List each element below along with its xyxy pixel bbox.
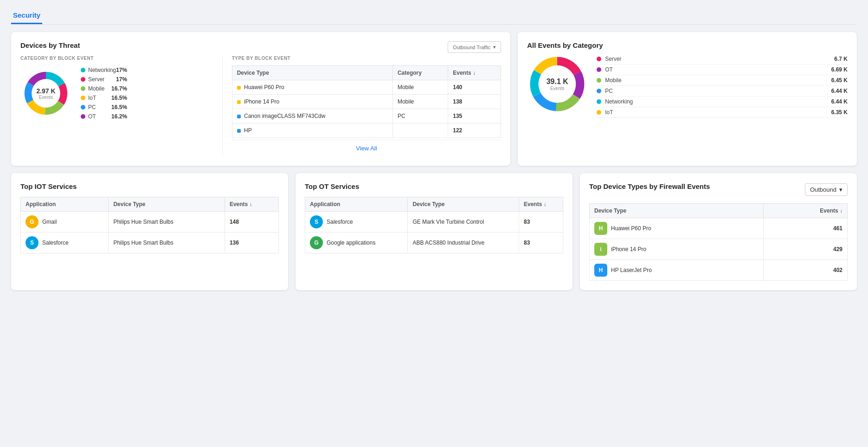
block-event-th: Category: [392, 66, 448, 80]
service-th: Device Type: [109, 197, 225, 212]
legend-name: Networking: [88, 67, 116, 73]
donut-label: Events: [36, 95, 55, 100]
iot-header-row: ApplicationDevice TypeEvents ↓: [21, 197, 279, 212]
ot-table: ApplicationDevice TypeEvents ↓ S Salesfo…: [305, 197, 563, 253]
app-cell: S Salesforce: [305, 212, 408, 233]
block-event-th: Device Type: [232, 66, 392, 80]
dbt-title: Devices by Threat: [20, 41, 80, 49]
legend-left: Server: [81, 76, 104, 83]
list-item: S Salesforce Philips Hue Smart Bulbs 136: [21, 233, 279, 253]
iot-tbody: G Gmail Philips Hue Smart Bulbs 148 S Sa…: [21, 212, 279, 253]
top-ot-card: Top OT Services ApplicationDevice TypeEv…: [296, 173, 572, 290]
category-donut-chart: 2.97 K Events: [20, 68, 71, 119]
aec-legend-val: 6.44 K: [831, 88, 848, 94]
aec-legend-name: Server: [605, 56, 621, 62]
device-cell: i iPhone 14 Pro: [590, 239, 764, 260]
category-cell: [392, 123, 448, 138]
category-label: CATEGORY BY BLOCK EVENT: [20, 56, 213, 61]
events-cell: 402: [764, 260, 848, 281]
aec-donut-chart: 39.1 K Events: [527, 54, 587, 114]
top-iot-title: Top IOT Services: [20, 182, 279, 190]
top-iot-card: Top IOT Services ApplicationDevice TypeE…: [11, 173, 288, 290]
ot-tbody: S Salesforce GE Mark VIe Turbine Control…: [305, 212, 563, 253]
legend-name: IoT: [88, 95, 96, 101]
device-name: Huawei P60 Pro: [611, 225, 651, 232]
donut-value: 2.97 K: [36, 87, 55, 95]
legend-dot: [81, 96, 85, 100]
tab-bar: Security: [11, 7, 857, 25]
aec-legend-left: IoT: [597, 109, 613, 116]
block-event-header-row: Device TypeCategoryEvents ↓: [232, 66, 501, 80]
app-name: Salesforce: [327, 219, 353, 225]
events-cell: 83: [519, 233, 563, 253]
aec-legend-left: Server: [597, 56, 621, 62]
app-name: Google applications: [327, 240, 375, 246]
legend-name: PC: [88, 104, 96, 110]
view-all-link[interactable]: View All: [232, 140, 502, 156]
tdt-th: Device Type: [590, 204, 764, 218]
device-cell: H HP LaserJet Pro: [590, 260, 764, 281]
aec-legend-dot: [597, 78, 601, 83]
events-cell: 429: [764, 239, 848, 260]
device-type-cell: ABB ACS880 Industrial Drive: [408, 233, 519, 253]
dbt-body: CATEGORY BY BLOCK EVENT: [20, 56, 501, 156]
aec-legend-left: PC: [597, 88, 613, 94]
legend-item: Server 17%: [81, 75, 127, 84]
ot-table-scroll[interactable]: ApplicationDevice TypeEvents ↓ S Salesfo…: [305, 197, 563, 253]
outbound-traffic-dropdown[interactable]: Outbound Traffic ▾: [448, 41, 501, 53]
chevron-down-icon: ▾: [839, 186, 842, 193]
category-cell: Mobile: [392, 80, 448, 95]
list-item: H HP LaserJet Pro 402: [590, 260, 848, 281]
aec-legend-name: Networking: [605, 98, 633, 105]
legend-name: Server: [88, 76, 104, 83]
sort-icon: ↓: [473, 70, 476, 76]
legend-item: PC 16.5%: [81, 103, 127, 112]
list-item: i iPhone 14 Pro 429: [590, 239, 848, 260]
legend-name: OT: [88, 113, 96, 120]
aec-legend-dot: [597, 99, 601, 104]
legend-dot: [81, 68, 85, 72]
events-cell: 138: [448, 95, 501, 109]
dbt-category-panel: CATEGORY BY BLOCK EVENT: [20, 56, 223, 156]
top-ot-title: Top OT Services: [305, 182, 563, 190]
device-cell: iPhone 14 Pro: [232, 95, 392, 109]
sort-icon: ↓: [250, 201, 252, 207]
category-cell: PC: [392, 109, 448, 123]
app-icon: G: [310, 236, 323, 249]
table-row: Huawei P60 Pro Mobile 140: [232, 80, 501, 95]
tdt-header-row: Device TypeEvents ↓: [590, 204, 848, 218]
legend-pct: 16.5%: [111, 104, 127, 110]
iot-table-scroll[interactable]: ApplicationDevice TypeEvents ↓ G Gmail P…: [20, 197, 279, 253]
aec-body: 39.1 K Events Server 6.7 K OT 6.69 K Mob…: [527, 54, 848, 118]
aec-legend-dot: [597, 110, 601, 115]
aec-legend-dot: [597, 89, 601, 93]
service-th: Device Type: [408, 197, 519, 212]
aec-legend-item: IoT 6.35 K: [597, 107, 848, 118]
block-event-th: Events ↓: [448, 66, 501, 80]
device-type-cell: Philips Hue Smart Bulbs: [109, 233, 225, 253]
app-cell: G Gmail: [21, 212, 109, 233]
aec-legend-val: 6.7 K: [834, 56, 848, 62]
iot-thead: ApplicationDevice TypeEvents ↓: [21, 197, 279, 212]
app-name: Salesforce: [42, 240, 69, 246]
type-label: TYPE BY BLOCK EVENT: [232, 56, 502, 61]
aec-legend-val: 6.69 K: [831, 66, 848, 73]
table-row: Canon imageCLASS MF743Cdw PC 135: [232, 109, 501, 123]
top-cards-row: Devices by Threat Outbound Traffic ▾ CAT…: [11, 32, 857, 166]
bottom-cards-row: Top IOT Services ApplicationDevice TypeE…: [11, 173, 857, 290]
aec-legend-item: Mobile 6.45 K: [597, 75, 848, 86]
legend-pct: 17%: [116, 76, 127, 83]
aec-legend-name: PC: [605, 88, 613, 94]
aec-legend-name: OT: [605, 66, 613, 73]
dbt-type-panel: TYPE BY BLOCK EVENT Device TypeCategoryE…: [223, 56, 502, 156]
tdt-dropdown[interactable]: Outbound ▾: [805, 183, 848, 196]
block-event-table-scroll[interactable]: Device TypeCategoryEvents ↓ Huawei P60 P…: [232, 65, 502, 138]
tab-security[interactable]: Security: [11, 7, 42, 24]
device-dot: [237, 86, 241, 90]
aec-legend-item: Networking 6.44 K: [597, 97, 848, 107]
category-cell: Mobile: [392, 95, 448, 109]
tdt-table-scroll[interactable]: Device TypeEvents ↓ H Huawei P60 Pro 461…: [589, 203, 848, 281]
service-th: Events ↓: [225, 197, 278, 212]
aec-legend-item: Server 6.7 K: [597, 54, 848, 65]
app-cell: G Google applications: [305, 233, 408, 253]
